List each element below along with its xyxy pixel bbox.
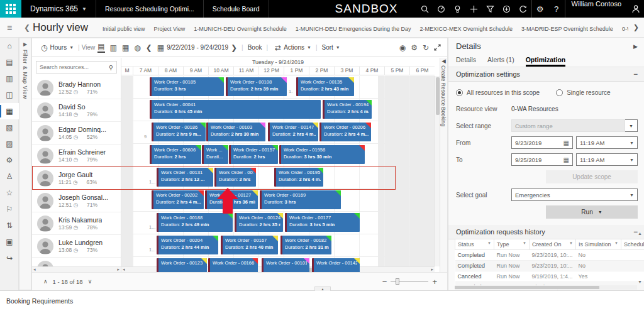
lightbulb-icon[interactable] [450, 0, 466, 18]
board-settings-icon[interactable]: ⚙ [411, 43, 418, 52]
sidebar-item-reports[interactable]: ▣ [0, 234, 19, 250]
booking-block[interactable]: Work Order - 01958Duration: 3 hrs 30 min [279, 145, 365, 164]
actions-dropdown[interactable]: ⇄Actions▼ [272, 43, 311, 52]
booking-block[interactable]: Work Order - 00041Duration: 6 hrs 45 min [150, 100, 321, 119]
booking-requirements-label[interactable]: Booking Requirements [0, 291, 644, 305]
filter-icon[interactable] [482, 0, 499, 18]
app-launcher-waffle-icon[interactable] [0, 0, 21, 18]
filter-caret-icon[interactable]: ▼ [523, 241, 526, 245]
add-circle-icon[interactable] [499, 0, 515, 18]
booking-block[interactable]: Work Order - 00195Duration: 2 hrs 4 m... [274, 168, 323, 187]
sidebar-item-resources[interactable]: ♙ [0, 168, 19, 185]
module-breadcrumb[interactable]: Resource Scheduling Optimi... [96, 0, 204, 18]
visibility-icon[interactable]: ◉ [399, 43, 406, 52]
radio-all-resources[interactable] [456, 89, 463, 96]
expand-right-icon[interactable]: ▶ [19, 41, 31, 47]
booking-block[interactable]: Work Order - 00123 [157, 258, 207, 272]
from-time-dropdown[interactable]: 11:19 AM▼ [576, 136, 638, 149]
attention-arrow-icon[interactable] [217, 188, 238, 214]
date-range[interactable]: 9/22/2019 - 9/24/2019 [167, 44, 228, 51]
product-menu[interactable]: Dynamics 365▼ [21, 0, 96, 18]
history-col-type[interactable]: Type▼ [494, 239, 530, 250]
filter-caret-icon[interactable]: ▼ [614, 241, 618, 245]
booking-block[interactable]: Work Order - 00206Duration: 2 hrs 4 m... [319, 123, 371, 141]
tab-3-madrid-esp-overnight-schedule[interactable]: 3-MADRID-ESP Overnight Schedule [517, 26, 618, 37]
resource-row[interactable]: Efrain Schreiner14:10 ◷79% [32, 145, 121, 167]
sidebar-item-calendar[interactable]: ▨ [0, 136, 19, 152]
radio-single-resource[interactable] [556, 89, 563, 96]
search-icon[interactable]: ⚲ [109, 64, 113, 71]
radio-all-label[interactable]: All resources in this scope [467, 89, 540, 96]
resource-row[interactable]: David So14:18 ◷79% [32, 99, 121, 122]
booking-block[interactable]: Work Order - 00147Duration: 2 hrs 4 m... [268, 123, 318, 141]
tab-1-munich-deu-emergencies-during-the-day[interactable]: 1-MUNICH-DEU Emergencies During the Day [291, 26, 416, 37]
tab-1-munich-deu-overnight-schedule[interactable]: 1-MUNICH-DEU Overnight Schedule [189, 26, 291, 37]
history-col-is-simulation[interactable]: Is Simulation▼ [576, 239, 621, 250]
to-time-dropdown[interactable]: 11:19 AM▼ [576, 153, 638, 166]
page-up-icon[interactable]: ∧ [43, 278, 48, 285]
history-vscrollbar[interactable]: ▲▼ [637, 231, 643, 284]
history-row[interactable]: CanceledRun Now9/19/2019, 1:4...Yes [455, 271, 644, 282]
tab-0-wa-emergencies-during-the-day[interactable]: 0-WA Emergencies During the Day [618, 26, 628, 37]
sidebar-item-favorites[interactable]: ☆ [0, 185, 19, 201]
booking-block[interactable]: Work Order - 00188Duration: 2 hrs 49 min [157, 213, 233, 232]
resource-row[interactable]: Luke Lundgren13:08 ◷73% [32, 235, 121, 258]
booking-block[interactable]: Work Order - 00101 [262, 258, 309, 272]
map-view-icon[interactable]: ◍ [134, 43, 140, 52]
sidebar-item-records[interactable]: ▤ [0, 54, 19, 70]
booking-block[interactable]: Work Order - 00131Duration: 2 hrs 12 ... [157, 168, 213, 187]
settings-icon[interactable]: ⚙ [532, 0, 548, 18]
history-hscrollbar[interactable] [455, 285, 637, 290]
sidebar-item-routes[interactable]: ↪ [0, 250, 19, 266]
calendar-icon[interactable]: ▦ [564, 139, 569, 146]
booking-block[interactable]: Work Order - 00182Duration: 2 hrs 31 min [280, 236, 331, 254]
history-col-status[interactable]: Status▼ [455, 239, 494, 250]
next-range-icon[interactable]: ❯ [231, 43, 237, 52]
grid-vscrollbar[interactable] [435, 76, 440, 266]
sort-dropdown[interactable]: Sort▼ [322, 44, 340, 51]
back-chevron-icon[interactable]: ❮ [24, 23, 30, 32]
book-button[interactable]: Book [248, 44, 262, 51]
page-breadcrumb[interactable]: Schedule Board [204, 0, 269, 18]
details-tab-optimization[interactable]: Optimization [526, 56, 566, 67]
booking-block[interactable]: Work Order - 00173Duration: 2 hrs [214, 168, 256, 187]
tab-project-view[interactable]: Project View [149, 26, 189, 37]
resource-row[interactable]: Kris Nakamura13:59 ◷78% [32, 212, 121, 235]
prev-range-icon[interactable]: ❮ [146, 43, 152, 52]
expand-bottom-panel-icon[interactable]: ▲ [314, 286, 331, 291]
booking-block[interactable]: Work Order - 00103Duration: 2 hrs 30 min [206, 123, 265, 141]
add-icon[interactable] [466, 0, 482, 18]
sidebar-item-schedule-board[interactable]: ▦ [0, 103, 19, 119]
history-col-created-on[interactable]: Created On▼ [530, 239, 576, 250]
booking-block[interactable]: Work Order - 00135Duration: 2 hrs 43 min [296, 77, 354, 96]
details-tab-details[interactable]: Details [456, 56, 476, 67]
booking-block[interactable]: Work Order - 00202Duration: 2 hrs 4 m... [152, 190, 204, 209]
booking-block[interactable]: Work Order - 00108Duration: 2 hrs 39 min [226, 77, 287, 96]
search-icon[interactable] [417, 0, 433, 18]
help-icon[interactable]: ? [548, 0, 565, 18]
booking-block[interactable]: Work ...Durati... [202, 145, 228, 164]
resource-row[interactable]: Joseph Gonsal...12:51 ◷71% [32, 190, 121, 212]
sidebar-item-booking[interactable]: ▧ [0, 119, 19, 136]
select-range-caret-icon[interactable]: ▼ [625, 119, 638, 132]
tabs-next-icon[interactable]: ❯ [628, 23, 644, 31]
refresh-icon[interactable]: ↻ [423, 43, 429, 52]
booking-block[interactable]: Work Order - 00166 [208, 258, 258, 272]
update-scope-button[interactable]: Update scope [546, 170, 638, 183]
to-date-input[interactable]: 9/25/2019▦ [511, 153, 573, 166]
sidebar-item-flags[interactable]: ⚐ [0, 201, 19, 217]
sidebar-item-sort[interactable]: ⇅ [0, 217, 19, 234]
page-down-icon[interactable]: ∨ [88, 278, 92, 285]
booking-block[interactable]: Work Order - 00177Duration: 3 hrs 5 min [285, 213, 360, 232]
filter-map-rail[interactable]: ▶ Filter & Map View [19, 38, 31, 290]
details-tab-alerts-1-[interactable]: Alerts (1) [487, 56, 514, 67]
column-view-icon[interactable]: ▥ [110, 43, 117, 52]
zoom-out-icon[interactable]: − [382, 277, 387, 286]
expand-left-icon[interactable]: ◀ [441, 58, 446, 64]
filter-caret-icon[interactable]: ▼ [569, 241, 573, 245]
sidebar-item-settings[interactable]: ⚙ [0, 152, 19, 168]
expand-board-icon[interactable] [434, 44, 441, 51]
booking-block[interactable]: Work Order - 00124Duration: 2 hrs 35 min [235, 213, 283, 232]
calendar-icon[interactable]: ▦ [157, 43, 164, 52]
history-row[interactable]: CompletedRun Now9/23/2019, 10:...No [455, 250, 644, 261]
